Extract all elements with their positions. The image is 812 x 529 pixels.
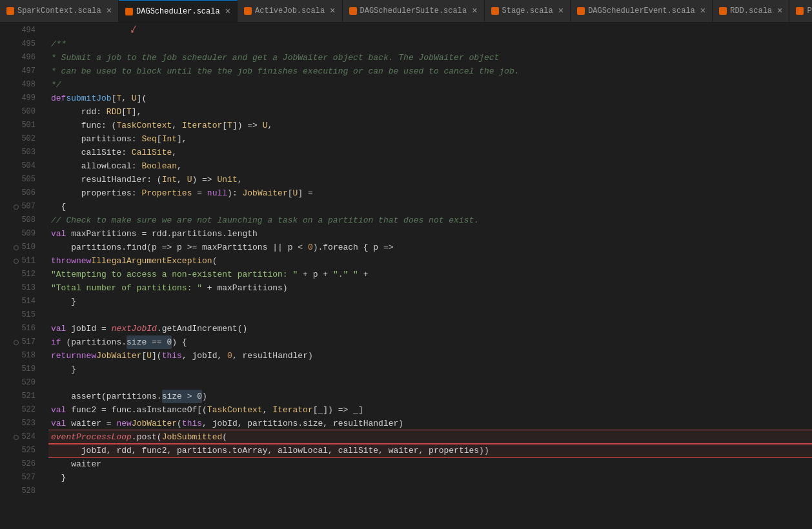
line-number-527: 527 (0, 471, 41, 484)
fold-indicator[interactable] (14, 435, 19, 440)
code-line-522: val func2 = func.asInstanceOf[(TaskConte… (48, 403, 812, 417)
line-number-499: 499 (0, 92, 41, 105)
code-line-511: throw new IllegalArgumentException( (48, 254, 812, 268)
tab-stage[interactable]: Stage.scala× (485, 0, 571, 23)
tab-label: DAGSchedulerSuite.scala (360, 6, 467, 15)
line-number-510: 510 (0, 241, 41, 254)
tab-active-job[interactable]: ActiveJob.scala× (238, 0, 342, 23)
code-line-524: eventProcessLoop.post(JobSubmitted( (48, 430, 812, 444)
code-line-528 (48, 484, 812, 498)
tab-close-button[interactable]: × (558, 6, 563, 15)
code-line-527: } (48, 471, 812, 484)
scala-file-icon (491, 7, 499, 15)
line-number-511: 511 (0, 254, 41, 268)
tab-close-button[interactable]: × (700, 6, 705, 15)
tab-label: Stage.scala (502, 6, 553, 15)
line-number-522: 522 (0, 403, 41, 417)
tab-label: ActiveJob.scala (255, 6, 325, 15)
line-number-523: 523 (0, 417, 41, 430)
tab-spark-context[interactable]: SparkContext.scala× (0, 0, 119, 23)
line-number-506: 506 (0, 186, 41, 200)
code-line-509: val maxPartitions = rdd.partitions.lengt… (48, 227, 812, 241)
code-line-518: return new JobWaiter[U](this, jobId, 0, … (48, 349, 812, 363)
code-line-516: val jobId = nextJobId.getAndIncrement() (48, 322, 812, 335)
line-number-503: 503 (0, 146, 41, 159)
line-number-504: 504 (0, 159, 41, 173)
tab-close-button[interactable]: × (777, 6, 782, 15)
code-line-525: jobId, rdd, func2, partitions.toArray, a… (48, 444, 812, 457)
line-number-518: 518 (0, 349, 41, 363)
tab-close-button[interactable]: × (225, 7, 230, 16)
code-line-499: def submitJob[T, U]( (48, 92, 812, 105)
tab-dag-event[interactable]: DAGSchedulerEvent.scala× (571, 0, 713, 23)
line-number-517: 517 (0, 335, 41, 349)
code-line-515 (48, 308, 812, 322)
scala-file-icon (577, 7, 585, 15)
scala-file-icon (796, 7, 804, 15)
code-line-497: * can be used to block until the the job… (48, 65, 812, 78)
code-line-513: "Total number of partitions: " + maxPart… (48, 281, 812, 295)
tab-rdd[interactable]: RDD.scala× (713, 0, 789, 23)
line-number-526: 526 (0, 457, 41, 471)
code-line-510: partitions.find(p => p >= maxPartitions … (48, 241, 812, 254)
line-number-525: 525 (0, 444, 41, 457)
code-line-502: partitions: Seq[Int], (48, 132, 812, 146)
tab-bar: SparkContext.scala×DAGScheduler.scala×Ac… (0, 0, 812, 23)
line-number-519: 519 (0, 363, 41, 376)
line-number-494: 494 (0, 24, 41, 37)
line-number-512: 512 (0, 268, 41, 281)
line-number-524: 524 (0, 430, 41, 444)
line-number-509: 509 (0, 227, 41, 241)
fold-indicator[interactable] (14, 340, 19, 345)
line-number-521: 521 (0, 390, 41, 403)
fold-indicator[interactable] (14, 205, 19, 210)
tab-label: DAGSchedulerEvent.scala (588, 6, 695, 15)
code-line-519: } (48, 363, 812, 376)
code-line-507: { (48, 200, 812, 214)
tab-label: RDD.scala (730, 6, 772, 15)
code-line-521: assert(partitions.size > 0) (48, 390, 812, 403)
code-line-498: */ (48, 78, 812, 92)
tab-close-button[interactable]: × (472, 6, 477, 15)
line-number-514: 514 (0, 295, 41, 308)
line-number-496: 496 (0, 51, 41, 65)
fold-indicator[interactable] (14, 245, 19, 250)
code-area: /** * Submit a job to the job scheduler … (48, 23, 812, 529)
line-number-520: 520 (0, 376, 41, 390)
tab-label: SparkContext.scala (17, 6, 101, 15)
code-line-494 (48, 24, 812, 37)
code-line-505: resultHandler: (Int, U) => Unit, (48, 173, 812, 186)
line-number-508: 508 (0, 214, 41, 227)
line-number-498: 498 (0, 78, 41, 92)
editor: 4944954964974984995005015025035045055065… (0, 23, 812, 529)
code-line-501: func: (TaskContext, Iterator[T]) => U, (48, 119, 812, 132)
code-line-514: } (48, 295, 812, 308)
line-number-513: 513 (0, 281, 41, 295)
line-number-528: 528 (0, 484, 41, 498)
scala-file-icon (125, 8, 133, 15)
tab-dag-scheduler[interactable]: DAGScheduler.scala× (119, 0, 238, 23)
tab-dag-suite[interactable]: DAGSchedulerSuite.scala× (343, 0, 485, 23)
fold-indicator[interactable] (14, 259, 19, 264)
code-line-506: properties: Properties = null): JobWaite… (48, 186, 812, 200)
line-number-497: 497 (0, 65, 41, 78)
code-line-523: val waiter = new JobWaiter(this, jobId, … (48, 417, 812, 430)
tab-close-button[interactable]: × (107, 6, 112, 15)
line-number-515: 515 (0, 308, 41, 322)
line-number-502: 502 (0, 132, 41, 146)
tab-pair-rdd[interactable]: PairRDDFunctions.scala× (789, 0, 812, 23)
line-number-507: 507 (0, 200, 41, 214)
tab-close-button[interactable]: × (330, 6, 335, 15)
code-line-496: * Submit a job to the job scheduler and … (48, 51, 812, 65)
line-number-505: 505 (0, 173, 41, 186)
code-line-508: // Check to make sure we are not launchi… (48, 214, 812, 227)
code-line-495: /** (48, 37, 812, 51)
scala-file-icon (349, 7, 357, 15)
line-number-495: 495 (0, 37, 41, 51)
code-line-504: allowLocal: Boolean, (48, 159, 812, 173)
tab-label: PairRDDFunctions.scala (807, 6, 812, 15)
code-line-512: "Attempting to access a non-existent par… (48, 268, 812, 281)
line-number-501: 501 (0, 119, 41, 132)
scala-file-icon (244, 7, 252, 15)
line-number-500: 500 (0, 105, 41, 119)
